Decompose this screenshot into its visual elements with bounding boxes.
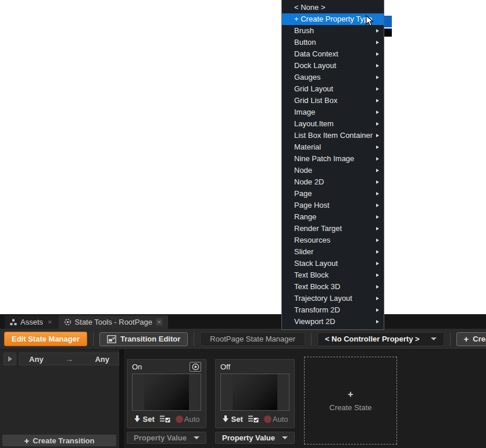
menu-item-stack-layout[interactable]: Stack Layout	[282, 258, 384, 269]
thumb-strip	[277, 374, 289, 410]
set-arrow-icon	[222, 415, 229, 422]
submenu-arrow-icon	[376, 52, 379, 56]
menu-item-node-2d[interactable]: Node 2D	[282, 176, 384, 188]
submenu-arrow-icon	[376, 320, 379, 323]
submenu-arrow-icon	[376, 285, 379, 289]
panel-splitter[interactable]	[119, 350, 124, 448]
submenu-arrow-icon	[376, 250, 379, 254]
menu-item-nine-patch-image[interactable]: Nine Patch Image	[282, 153, 384, 165]
menu-item-label: < None >	[294, 3, 326, 12]
menu-item-label: Text Block 3D	[294, 282, 340, 291]
edit-state-manager-button[interactable]: Edit State Manager	[4, 332, 87, 346]
menu-item-label: Page Host	[294, 201, 330, 209]
create-transition-label: Create Transition	[33, 436, 94, 445]
menu-item-transform-2d[interactable]: Transform 2D	[282, 304, 384, 316]
create-state-button[interactable]: + Create State	[304, 357, 397, 445]
menu-item-label: Grid Layout	[294, 84, 333, 93]
menu-item-viewport-2d[interactable]: Viewport 2D	[282, 316, 384, 328]
menu-item-data-context[interactable]: Data Context	[282, 48, 384, 60]
occluded-widget-fragment	[384, 29, 392, 37]
menu-item-text-block-3d[interactable]: Text Block 3D	[282, 281, 384, 293]
set-label: Set	[143, 415, 155, 424]
transition-editor-label: Transition Editor	[120, 335, 180, 343]
apply-properties-icon[interactable]	[248, 415, 259, 423]
state-manager-name-label: RootPage State Manager	[200, 332, 305, 346]
menu-item-label: Slider	[294, 247, 313, 256]
tab-state-tools[interactable]: State Tools - RootPage ×	[59, 315, 168, 329]
state-name: On	[132, 362, 142, 371]
menu-item-image[interactable]: Image	[282, 106, 384, 118]
menu-item-label: Range	[294, 212, 316, 221]
menu-item-page[interactable]: Page	[282, 188, 384, 200]
menu-item-node[interactable]: Node	[282, 165, 384, 176]
menu-item-label: Page	[294, 189, 312, 198]
auto-toggle[interactable]: Auto	[176, 415, 200, 424]
states-area: On	[124, 350, 486, 448]
apply-properties-icon[interactable]	[160, 415, 170, 423]
menu-item-brush[interactable]: Brush	[282, 25, 384, 37]
transition-row[interactable]: Any → Any	[19, 353, 119, 365]
thumb-strip	[133, 374, 144, 410]
auto-toggle[interactable]: Auto	[264, 415, 288, 424]
menu-item-trajectory-layout[interactable]: Trajectory Layout	[282, 293, 384, 304]
chevron-down-icon	[431, 337, 437, 340]
menu-item-layout-item[interactable]: Layout.Item	[282, 118, 384, 130]
controller-property-dropdown[interactable]: < No Controller Property >	[317, 332, 444, 346]
auto-label: Auto	[184, 415, 200, 424]
menu-item-none[interactable]: < None >	[282, 2, 384, 13]
menu-item-material[interactable]: Material	[282, 141, 384, 153]
menu-item-grid-layout[interactable]: Grid Layout	[282, 83, 384, 95]
submenu-arrow-icon	[376, 169, 379, 172]
state-card-off[interactable]: Off Set	[215, 359, 295, 428]
submenu-arrow-icon	[376, 41, 379, 44]
menu-item-label: Stack Layout	[294, 259, 338, 268]
menu-item-label: Node	[294, 166, 312, 175]
transition-editor-button[interactable]: Transition Editor	[99, 332, 188, 346]
mouse-cursor-icon	[366, 15, 375, 27]
close-icon[interactable]: ×	[47, 318, 53, 326]
set-state-button[interactable]: Set	[134, 415, 155, 424]
menu-item-list-box-item-container[interactable]: List Box Item Container	[282, 130, 384, 141]
submenu-arrow-icon	[376, 122, 379, 126]
panel-tab-bar: Assets × State Tools - RootPage ×	[0, 314, 486, 329]
menu-item-label: Node 2D	[294, 177, 324, 186]
transition-expander-button[interactable]	[3, 353, 16, 365]
tab-assets[interactable]: Assets ×	[5, 315, 59, 329]
menu-item-dock-layout[interactable]: Dock Layout	[282, 60, 384, 72]
toolbar-separator	[450, 333, 451, 346]
tab-label: State Tools - RootPage	[75, 318, 152, 326]
state-card-on[interactable]: On	[127, 359, 206, 428]
submenu-arrow-icon	[376, 180, 379, 184]
plus-icon: +	[24, 436, 30, 446]
go-to-state-button[interactable]	[190, 362, 201, 372]
submenu-arrow-icon	[376, 29, 379, 33]
menu-item-grid-list-box[interactable]: Grid List Box	[282, 95, 384, 106]
state-name: Off	[220, 362, 230, 371]
menu-item-label: Grid List Box	[294, 96, 337, 105]
submenu-arrow-icon	[376, 308, 379, 312]
menu-item-range[interactable]: Range	[282, 211, 384, 223]
menu-item-label: Dock Layout	[294, 61, 336, 70]
menu-item-resources[interactable]: Resources	[282, 234, 384, 246]
submenu-arrow-icon	[376, 192, 379, 195]
submenu-arrow-icon	[376, 99, 379, 102]
close-icon[interactable]: ×	[156, 318, 163, 326]
menu-item-page-host[interactable]: Page Host	[282, 200, 384, 211]
set-state-button[interactable]: Set	[222, 415, 243, 424]
menu-item-render-target[interactable]: Render Target	[282, 223, 384, 234]
chevron-down-icon	[282, 436, 288, 439]
menu-item-button[interactable]: Button	[282, 37, 384, 48]
property-value-dropdown-off[interactable]: Property Value	[215, 432, 295, 444]
auto-indicator-icon	[264, 415, 271, 423]
menu-item-text-block[interactable]: Text Block	[282, 269, 384, 281]
menu-item-slider[interactable]: Slider	[282, 246, 384, 258]
thumb-strip	[221, 374, 233, 410]
menu-item-gauges[interactable]: Gauges	[282, 72, 384, 83]
submenu-arrow-icon	[376, 111, 379, 114]
submenu-arrow-icon	[376, 297, 379, 300]
property-value-dropdown-on[interactable]: Property Value	[127, 432, 206, 444]
expander-arrow-icon	[8, 356, 12, 362]
create-transition-button[interactable]: + Create Transition	[2, 435, 116, 446]
state-tools-panel: Assets × State Tools - RootPage × Edit S…	[0, 314, 486, 448]
create-state-group-button[interactable]: + Create State Group	[456, 332, 486, 346]
